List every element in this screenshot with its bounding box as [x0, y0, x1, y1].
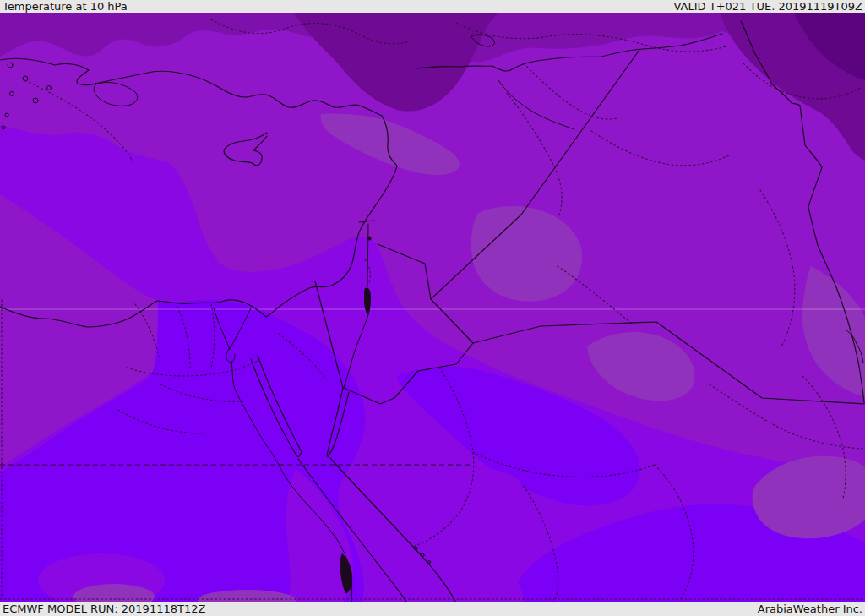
weather-app-screenshot: { "header": { "title": "Temperature at 1… [0, 0, 865, 616]
attribution-label: ArabiaWeather Inc. [758, 602, 862, 616]
weather-map [0, 13, 865, 602]
temp-patch-violet-nsaudi [416, 467, 521, 504]
model-run-label: ECMWF MODEL RUN: 20191118T12Z [3, 602, 205, 616]
footer-bar: ECMWF MODEL RUN: 20191118T12Z ArabiaWeat… [0, 602, 865, 616]
header-bar: Temperature at 10 hPa VALID T+021 TUE. 2… [0, 0, 865, 13]
map-title: Temperature at 10 hPa [3, 0, 128, 13]
valid-time-label: VALID T+021 TUE. 20191119T09Z [674, 0, 862, 13]
